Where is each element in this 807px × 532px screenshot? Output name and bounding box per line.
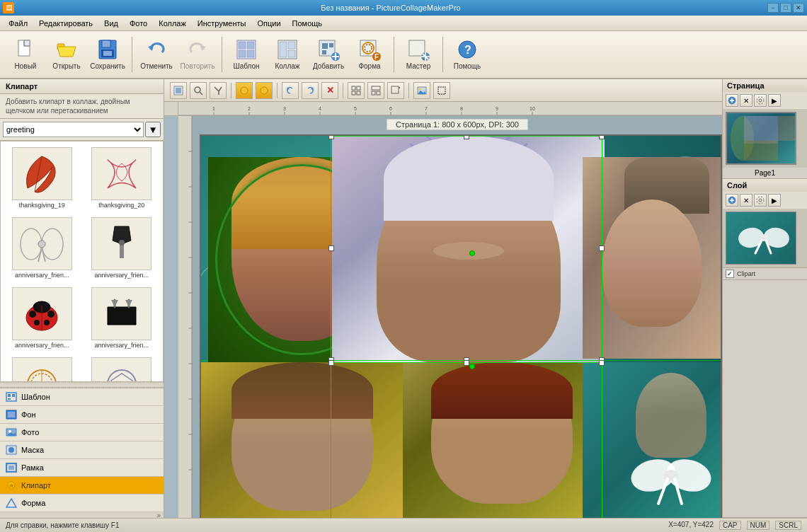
layer-visible-check[interactable]: ✓ — [726, 270, 734, 278]
add-button[interactable]: Добавить — [309, 34, 348, 75]
toolbar2-sep3 — [343, 83, 343, 98]
svg-text:2: 2 — [248, 106, 251, 111]
page-thumbnail[interactable] — [726, 112, 796, 165]
menu-tools[interactable]: Инструменты — [192, 18, 252, 29]
home-btn[interactable] — [170, 82, 187, 99]
wizard-label: Мастер — [406, 62, 431, 71]
svg-rect-19 — [322, 43, 328, 49]
photo-frame-bottom-right[interactable] — [583, 362, 721, 518]
photo-frame-center[interactable] — [332, 136, 605, 362]
circle-btn2[interactable] — [256, 82, 273, 99]
page-indicator: Страница 1: 800 x 600px, DPI: 300 — [387, 119, 528, 130]
frame-select-btn[interactable] — [433, 82, 450, 99]
rotate-left-btn[interactable] — [282, 82, 299, 99]
clipart-item[interactable]: anniversary_frien... — [4, 354, 81, 382]
search-button[interactable]: ▼ — [145, 122, 161, 137]
menu-photo[interactable]: Фото — [124, 18, 153, 29]
clipart-item[interactable]: anniversary_frien... — [4, 284, 81, 352]
photo-frame-right-top[interactable] — [583, 157, 721, 359]
rotate-right-btn[interactable] — [302, 82, 319, 99]
layer-settings-btn[interactable] — [754, 194, 767, 207]
photo-frame-bottom-center[interactable] — [403, 362, 601, 518]
template-button[interactable]: Шаблон — [227, 34, 266, 75]
layer-add-btn[interactable] — [726, 194, 738, 207]
layer-delete-btn[interactable]: ✕ — [740, 194, 752, 207]
delete-btn[interactable]: ✕ — [321, 82, 338, 99]
open-button[interactable]: Открыть — [47, 34, 86, 75]
svg-point-45 — [29, 311, 36, 318]
page-close-btn[interactable]: ✕ — [740, 94, 752, 107]
nav-mask[interactable]: Маска — [0, 441, 164, 459]
nav-background[interactable]: Фон — [0, 406, 164, 424]
menu-bar: Файл Редактировать Вид Фото Коллаж Инстр… — [0, 16, 807, 31]
svg-rect-15 — [280, 42, 287, 57]
page-nav-btn[interactable]: ▶ — [768, 94, 781, 107]
image-btn[interactable] — [413, 82, 430, 99]
clipart-item[interactable]: anniversary_frien... — [84, 214, 161, 282]
clipart-item[interactable]: thanksgiving_19 — [4, 144, 81, 212]
canvas-viewport[interactable]: Страница 1: 800 x 600px, DPI: 300 — [193, 116, 722, 518]
menu-edit[interactable]: Редактировать — [33, 18, 98, 29]
clipart-thumb — [91, 217, 151, 270]
add-icon — [317, 38, 340, 61]
clipart-nav-icon — [6, 480, 17, 490]
menu-options[interactable]: Опции — [251, 18, 286, 29]
svg-point-75 — [241, 87, 248, 94]
expand-handle[interactable]: » — [0, 512, 164, 518]
toolbar2-sep1 — [231, 83, 231, 98]
save-button[interactable]: Сохранить — [88, 34, 127, 75]
new-button[interactable]: Новый — [6, 34, 45, 75]
page-label: Page1 — [723, 168, 807, 178]
shape-button[interactable]: F Форма — [350, 34, 389, 75]
main-layout: Клипарт Добавить клипарт в коллаж, двойн… — [0, 79, 807, 518]
cut-btn[interactable] — [210, 82, 227, 99]
layer-nav-btn[interactable]: ▶ — [768, 194, 781, 207]
zoom-btn[interactable] — [190, 82, 207, 99]
svg-rect-30 — [409, 40, 425, 56]
search-select[interactable]: greeting — [3, 122, 144, 137]
clipart-item[interactable]: thanksgiving_20 — [84, 144, 161, 212]
nav-template[interactable]: Шаблон — [0, 388, 164, 406]
undo-button[interactable]: Отменить — [137, 34, 176, 75]
status-bar: Для справки, нажмите клавишу F1 X=407, Y… — [0, 518, 807, 532]
help-button[interactable]: ? Помощь — [447, 34, 487, 75]
add-frame-btn[interactable] — [387, 82, 404, 99]
nav-photo[interactable]: Фото — [0, 424, 164, 441]
menu-file[interactable]: Файл — [3, 18, 33, 29]
layer-section-title: Слой — [723, 179, 807, 192]
circle-btn1[interactable] — [236, 82, 253, 99]
menu-help[interactable]: Помощь — [287, 18, 328, 29]
minimize-button[interactable]: − — [767, 3, 779, 13]
wizard-button[interactable]: Мастер — [399, 34, 438, 75]
redo-button[interactable]: Повторить — [178, 34, 217, 75]
nav-shape[interactable]: Форма — [0, 495, 164, 512]
nav-frame[interactable]: Рамка — [0, 459, 164, 477]
maximize-button[interactable]: □ — [780, 3, 791, 13]
main-toolbar: Новый Открыть Сохранить — [0, 31, 807, 79]
photo-frame-bottom-left[interactable] — [201, 362, 403, 518]
layer-item[interactable] — [723, 209, 807, 268]
menu-collage[interactable]: Коллаж — [153, 18, 192, 29]
right-panel: Страница ✕ ▶ — [722, 79, 807, 518]
svg-line-73 — [200, 92, 202, 95]
status-cap: CAP — [719, 521, 741, 530]
clipart-name: anniversary_frien... — [94, 342, 149, 349]
clipart-item[interactable]: anniversary_frien... — [4, 214, 81, 282]
menu-view[interactable]: Вид — [98, 18, 124, 29]
clipart-thumb — [12, 147, 72, 200]
status-scrl: SCRL — [775, 521, 801, 530]
svg-rect-92 — [438, 87, 445, 94]
collage-button[interactable]: Коллаж — [268, 34, 307, 75]
layout-btn[interactable] — [367, 82, 384, 99]
page-settings-btn[interactable] — [754, 94, 767, 107]
clipart-item[interactable]: anniversary_frien... — [84, 354, 161, 382]
nav-shape-label: Форма — [21, 499, 45, 507]
page-add-btn[interactable] — [726, 94, 738, 107]
collage-canvas[interactable] — [200, 134, 722, 518]
page-section-title: Страница — [723, 79, 807, 92]
clipart-item[interactable]: anniversary_frien... — [84, 284, 161, 352]
grid-btn[interactable] — [348, 82, 365, 99]
close-button[interactable]: ✕ — [793, 3, 804, 13]
nav-clipart[interactable]: Клипарт — [0, 477, 164, 495]
svg-point-42 — [119, 240, 125, 245]
